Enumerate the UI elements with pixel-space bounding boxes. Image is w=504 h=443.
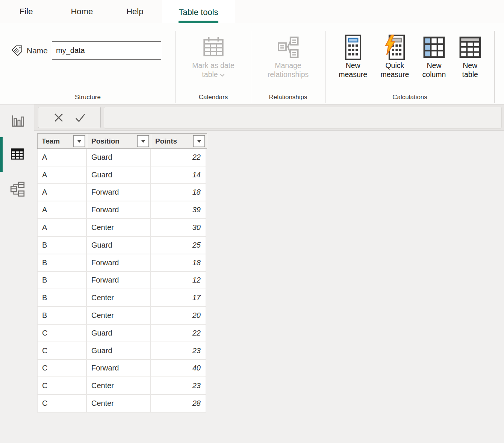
cell-position[interactable]: Center [87,289,151,307]
cell-points[interactable]: 17 [151,289,206,307]
quick-measure-button[interactable]: Quick measure [380,23,409,94]
cell-points[interactable]: 22 [151,325,206,342]
cell-team[interactable]: B [37,254,87,272]
sidebar-item-model-view[interactable] [0,178,34,200]
cell-team[interactable]: C [37,342,87,360]
data-view-canvas: Team Position Points AGuard22AGuard14AFo… [34,104,504,443]
lightning-calculator-icon [384,34,405,61]
manage-relationships-button[interactable]: Manage relationships [268,23,309,94]
cell-team[interactable]: C [37,325,87,342]
cell-team[interactable]: A [37,166,87,184]
cell-points[interactable]: 23 [151,377,206,395]
button-label: New [463,61,477,70]
cell-team[interactable]: A [37,149,87,166]
cell-points[interactable]: 39 [151,201,206,219]
cell-team[interactable]: C [37,395,87,413]
cell-points[interactable]: 18 [151,254,206,272]
tab-help[interactable]: Help [126,7,143,23]
cell-team[interactable]: A [37,184,87,202]
cell-position[interactable]: Forward [87,184,151,202]
ribbon-group-relationships: Manage relationships Relationships [251,23,325,104]
table-row: AForward39 [37,201,207,219]
button-label: relationships [268,70,309,79]
button-label: table [202,70,218,79]
table-row: BGuard25 [37,237,207,254]
cell-points[interactable]: 22 [151,149,206,166]
cell-team[interactable]: B [37,289,87,307]
cell-points[interactable]: 40 [151,360,206,378]
cell-position[interactable]: Center [87,307,151,325]
table-row: CGuard23 [37,342,207,360]
column-header-position[interactable]: Position [87,134,151,148]
cell-position[interactable]: Center [87,395,151,413]
dropdown-arrow-icon [141,140,145,143]
cell-points[interactable]: 14 [151,166,206,184]
cell-position[interactable]: Forward [87,272,151,290]
cell-points[interactable]: 12 [151,272,206,290]
cell-team[interactable]: B [37,272,87,290]
ribbon-group-structure: Name Structure [0,23,176,104]
formula-input[interactable] [104,107,502,129]
cell-team[interactable]: A [37,201,87,219]
sidebar-item-data-view[interactable] [0,143,34,165]
new-table-button[interactable]: New table [459,23,481,94]
cell-team[interactable]: A [37,219,87,237]
table-header-row: Team Position Points [37,133,207,149]
cell-position[interactable]: Guard [87,149,151,166]
table-name-input[interactable] [52,41,161,60]
table-header-icon [459,34,481,61]
sidebar-item-report-view[interactable] [0,110,34,132]
cell-position[interactable]: Guard [87,342,151,360]
cell-position[interactable]: Center [87,219,151,237]
new-measure-button[interactable]: New measure [339,23,367,94]
cell-points[interactable]: 28 [151,395,206,413]
cell-points[interactable]: 23 [151,342,206,360]
cell-points[interactable]: 30 [151,219,206,237]
column-header-points[interactable]: Points [151,134,207,148]
filter-dropdown-team[interactable] [73,135,85,147]
cell-points[interactable]: 25 [151,237,206,254]
cell-position[interactable]: Forward [87,201,151,219]
button-label: Quick [385,61,404,70]
mark-as-date-table-button[interactable]: Mark as date table [192,23,235,94]
cell-position[interactable]: Center [87,377,151,395]
tab-table-tools[interactable]: Table tools [162,0,235,23]
cell-team[interactable]: C [37,360,87,378]
group-label-calculations: Calculations [325,94,494,104]
button-label: New [427,61,441,70]
cell-position[interactable]: Forward [87,254,151,272]
filter-dropdown-points[interactable] [193,135,205,147]
cell-team[interactable]: B [37,237,87,254]
table-row: CCenter28 [37,395,207,413]
new-column-button[interactable]: New column [422,23,446,94]
cell-points[interactable]: 18 [151,184,206,202]
filter-dropdown-position[interactable] [137,135,149,147]
ribbon-group-calendars: Mark as date table Calendars [176,23,251,104]
cell-position[interactable]: Guard [87,325,151,342]
cell-team[interactable]: C [37,377,87,395]
column-header-label: Position [91,137,120,145]
table-name-label: Name [27,46,48,55]
table-body: AGuard22AGuard14AForward18AForward39ACen… [37,149,207,413]
cancel-x-icon[interactable] [53,112,64,123]
column-header-team[interactable]: Team [38,134,87,148]
column-header-label: Points [155,137,177,145]
column-header-label: Team [42,137,60,145]
commit-check-icon[interactable] [74,112,86,123]
table-row: BForward18 [37,254,207,272]
view-sidebar [0,104,34,443]
cell-position[interactable]: Guard [87,237,151,254]
calculator-icon [345,34,362,61]
tab-file[interactable]: File [20,7,33,23]
cell-points[interactable]: 20 [151,307,206,325]
cell-position[interactable]: Guard [87,166,151,184]
model-diagram-icon [10,181,25,197]
data-table: Team Position Points AGuard22AGuard14AFo… [37,133,207,413]
ribbon: File Home Help Table tools [0,0,504,104]
tab-table-tools-label: Table tools [179,8,218,23]
tab-home[interactable]: Home [71,7,93,23]
table-row: AForward18 [37,184,207,202]
cell-team[interactable]: B [37,307,87,325]
cell-position[interactable]: Forward [87,360,151,378]
table-row: CGuard22 [37,325,207,342]
